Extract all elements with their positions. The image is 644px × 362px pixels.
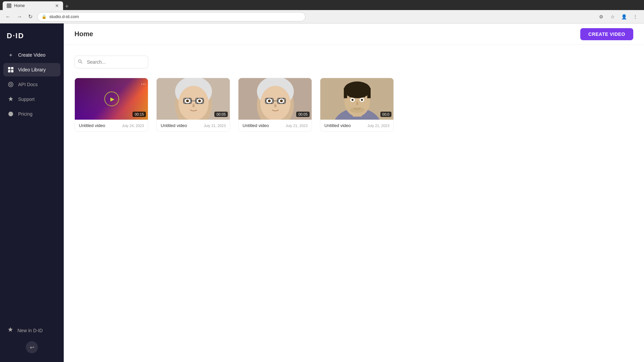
- svg-point-41: [352, 99, 354, 101]
- page-title: Home: [74, 30, 93, 38]
- card-title-4: Untitled video: [324, 123, 351, 128]
- svg-line-8: [81, 62, 83, 64]
- search-bar-container: [74, 56, 148, 68]
- card-title-1: Untitled video: [79, 123, 105, 128]
- svg-rect-2: [8, 70, 10, 72]
- main-area: Home CREATE VIDEO: [64, 23, 644, 362]
- card-info-1: Untitled video July 24, 2023: [75, 120, 148, 131]
- svg-point-16: [198, 100, 201, 102]
- header-actions: CREATE VIDEO: [580, 28, 633, 40]
- video-thumb-4: 00:0: [320, 78, 394, 120]
- video-card-2[interactable]: 00:05 Untitled video July 21, 2023: [156, 78, 230, 132]
- sidebar-nav: ＋ Create Video Video Library: [0, 48, 64, 320]
- browser-chrome: Home ✕ +: [0, 0, 644, 10]
- sidebar-item-pricing[interactable]: Pricing: [3, 107, 60, 121]
- refresh-button[interactable]: ↻: [27, 12, 34, 21]
- card-info-2: Untitled video July 21, 2023: [157, 120, 230, 131]
- address-text: studio.d-id.com: [49, 14, 79, 19]
- main-header: Home CREATE VIDEO: [64, 23, 644, 45]
- duration-badge-1: 00:15: [132, 112, 146, 117]
- svg-point-43: [350, 107, 365, 113]
- video-card-4[interactable]: 00:0 Untitled video July 21, 2023: [320, 78, 394, 132]
- video-grid: ··· 00:15 Untitled video July 24, 2023: [74, 78, 633, 132]
- logout-icon: ↩: [30, 344, 34, 351]
- duration-badge-4: 00:0: [380, 112, 391, 117]
- sidebar-label-support: Support: [18, 97, 35, 102]
- api-docs-icon: [7, 81, 14, 88]
- svg-point-36: [344, 81, 371, 98]
- new-tab-button[interactable]: +: [63, 3, 71, 10]
- sidebar-label-api-docs: API Docs: [18, 82, 38, 87]
- svg-point-7: [78, 60, 81, 63]
- sidebar-item-support[interactable]: Support: [3, 93, 60, 106]
- video-thumb-2: 00:05: [157, 78, 230, 120]
- svg-point-42: [361, 99, 363, 101]
- video-thumb-1: ··· 00:15: [75, 78, 148, 120]
- bookmark-icon[interactable]: ☆: [608, 12, 617, 21]
- support-icon: [7, 96, 14, 103]
- svg-point-26: [268, 100, 271, 102]
- tab-title: Home: [14, 3, 25, 8]
- browser-toolbar: ← → ↻ 🔒 studio.d-id.com ⚙ ☆ 👤 ⋮: [0, 10, 644, 23]
- video-thumb-3: 00:05: [238, 78, 312, 120]
- svg-point-23: [260, 86, 290, 120]
- tab-close-button[interactable]: ✕: [55, 3, 59, 8]
- sidebar-item-create-video[interactable]: ＋ Create Video: [3, 48, 60, 62]
- card-date-3: July 21, 2023: [286, 124, 308, 128]
- sidebar: D·ID ＋ Create Video Video Library: [0, 23, 64, 362]
- duration-badge-3: 00:05: [296, 112, 310, 117]
- sidebar-item-video-library[interactable]: Video Library: [3, 63, 60, 76]
- extensions-icon[interactable]: ⚙: [596, 12, 606, 21]
- svg-rect-38: [367, 88, 371, 98]
- profile-icon[interactable]: 👤: [619, 12, 629, 21]
- card-info-4: Untitled video July 21, 2023: [320, 120, 393, 131]
- search-input[interactable]: [74, 56, 148, 68]
- svg-point-5: [10, 83, 12, 85]
- secure-icon: 🔒: [42, 14, 47, 19]
- menu-icon[interactable]: ⋮: [631, 12, 640, 21]
- play-circle-1[interactable]: [104, 92, 119, 106]
- card-date-1: July 24, 2023: [122, 124, 144, 128]
- create-video-button[interactable]: CREATE VIDEO: [580, 28, 633, 40]
- duration-badge-2: 00:05: [214, 112, 228, 117]
- card-title-3: Untitled video: [243, 123, 269, 128]
- sidebar-label-new-in-did: New in D-ID: [17, 328, 43, 333]
- svg-point-4: [8, 82, 13, 87]
- create-video-icon: ＋: [7, 52, 14, 58]
- card-title-2: Untitled video: [161, 123, 187, 128]
- sidebar-item-api-docs[interactable]: API Docs: [3, 78, 60, 91]
- svg-point-15: [186, 100, 189, 102]
- new-in-did-icon: [7, 327, 13, 334]
- video-card-1[interactable]: ··· 00:15 Untitled video July 24, 2023: [74, 78, 148, 132]
- svg-rect-3: [11, 70, 13, 72]
- search-icon: [78, 59, 83, 65]
- sidebar-item-new-in-did[interactable]: New in D-ID: [3, 323, 60, 337]
- svg-rect-1: [11, 67, 13, 69]
- video-card-3[interactable]: 00:05 Untitled video July 21, 2023: [238, 78, 312, 132]
- card-date-4: July 21, 2023: [368, 124, 389, 128]
- forward-button[interactable]: →: [15, 12, 23, 21]
- app-container: D·ID ＋ Create Video Video Library: [0, 23, 644, 362]
- svg-point-12: [178, 86, 209, 120]
- back-button[interactable]: ←: [4, 12, 12, 21]
- card-info-3: Untitled video July 21, 2023: [238, 120, 312, 131]
- address-bar[interactable]: 🔒 studio.d-id.com: [37, 12, 306, 21]
- content-area: ··· 00:15 Untitled video July 24, 2023: [64, 45, 644, 362]
- active-tab[interactable]: Home ✕: [3, 1, 63, 10]
- video-library-icon: [7, 66, 14, 73]
- svg-point-6: [8, 112, 13, 116]
- logout-button[interactable]: ↩: [26, 341, 38, 353]
- svg-rect-37: [344, 88, 347, 98]
- svg-rect-0: [8, 67, 10, 69]
- logo-text: D·ID: [7, 32, 24, 40]
- browser-tabs: Home ✕ +: [3, 0, 71, 10]
- browser-toolbar-icons: ⚙ ☆ 👤 ⋮: [596, 12, 640, 21]
- sidebar-label-pricing: Pricing: [18, 111, 33, 117]
- sidebar-label-video-library: Video Library: [18, 67, 46, 72]
- logo: D·ID: [0, 29, 64, 48]
- svg-point-27: [280, 100, 283, 102]
- card-date-2: July 21, 2023: [204, 124, 226, 128]
- pricing-icon: [7, 111, 14, 117]
- sidebar-label-create-video: Create Video: [18, 52, 45, 58]
- sidebar-bottom: New in D-ID ↩: [0, 320, 64, 357]
